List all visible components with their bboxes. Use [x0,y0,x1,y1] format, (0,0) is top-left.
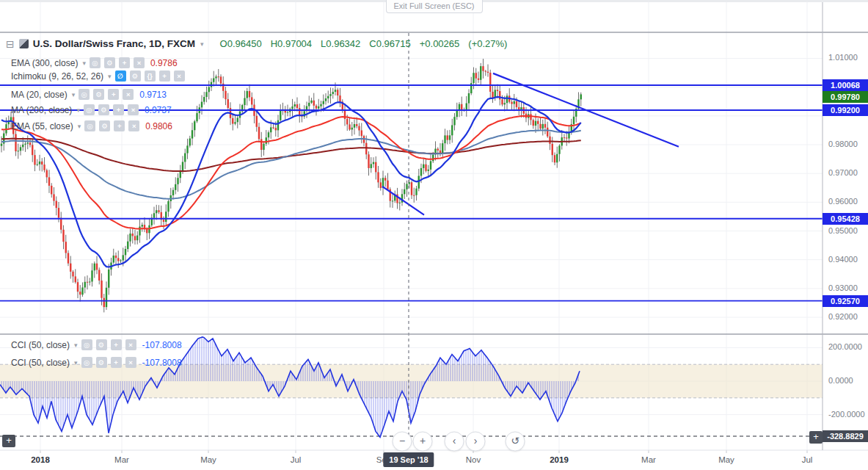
indicator-label: EMA (55, close) [11,121,73,131]
chevron-down-icon[interactable]: ▾ [200,40,204,48]
trading-chart-app: Exit Full Screen (ESC) ⊟ U.S. Dollar/Swi… [0,0,868,470]
indicator-row: Ichimoku (9, 26, 52, 26)▾∅⚙{}+× [11,70,185,82]
gear-icon[interactable]: ⚙ [96,339,107,350]
indicator-label: MA (200, close) [11,105,72,115]
scroll-left-button[interactable]: ‹ [445,432,464,452]
eye-icon[interactable]: ◎ [79,89,90,100]
close-icon[interactable]: × [125,339,136,350]
chevron-down-icon[interactable]: ▾ [108,73,112,80]
ohlc-low: L0.96342 [321,38,360,49]
time-axis-label: May [718,455,734,464]
close-icon[interactable]: × [128,104,139,115]
chevron-down-icon[interactable]: ▾ [78,123,81,130]
price-badge: 0.95428 [823,213,868,225]
indicator-value: -107.8008 [142,340,182,350]
price-badge: 0.99200 [823,104,868,116]
zoom-in-button[interactable]: + [413,432,433,452]
cci-axis-label: -200.0000 [828,410,865,419]
reset-view-button[interactable]: ↺ [506,432,525,452]
eye-icon[interactable]: ◎ [81,357,92,368]
price-axis-label: 0.93000 [828,283,858,292]
chevron-down-icon[interactable]: ▾ [74,359,78,366]
scroll-right-button[interactable]: › [466,432,486,452]
chevron-down-icon[interactable]: ▾ [82,59,86,67]
ohlc-open: O0.96450 [220,38,262,49]
close-icon[interactable]: × [123,89,134,100]
time-axis-label: Mar [641,455,656,464]
symbol-row: ⊟ U.S. Dollar/Swiss Franc, 1D, FXCM ▾ O0… [6,38,507,49]
add-alert-left-button[interactable]: + [2,435,15,447]
eye-icon[interactable]: ◎ [81,339,92,350]
cci-axis-label: 0.0000 [828,376,853,385]
indicator-value: 0.9713 [139,90,167,100]
gear-icon[interactable]: ⚙ [99,120,110,131]
exit-fullscreen-text: Exit Full Screen (ESC) [393,1,474,10]
gear-icon[interactable]: ⚙ [130,70,141,82]
time-axis-label: Nov [466,455,481,464]
time-axis-label: May [200,455,216,464]
braces-icon[interactable]: {} [145,70,156,82]
indicator-label: MA (20, close) [11,90,68,100]
price-badge: 0.99780 [823,91,868,103]
price-axis-label: 0.96000 [828,197,858,206]
close-icon[interactable]: × [128,120,139,131]
eye-icon[interactable]: ◎ [84,104,95,115]
collapse-pane-icon[interactable]: ⊟ [6,39,15,49]
exit-fullscreen-tooltip: Exit Full Screen (ESC) [385,0,482,13]
ohlc-readout: O0.96450 H0.97004 L0.96342 C0.96715 +0.0… [220,38,508,49]
ohlc-change: +0.00265 [420,38,460,49]
indicator-value: 0.9786 [150,58,178,68]
plus-icon[interactable]: + [114,120,125,131]
indicator-value: 0.9737 [145,105,172,115]
chevron-down-icon[interactable]: ▾ [76,106,80,114]
price-axis-label: 0.97000 [828,168,858,177]
crosshair-date-badge: 19 Sep '18 [383,452,434,467]
ma-line-ma200 [1,130,581,198]
cci-axis-label: 200.0000 [828,342,862,351]
ohlc-high: H0.97004 [271,38,312,49]
plus-icon[interactable]: + [111,339,122,350]
indicator-value: -107.8008 [142,358,182,368]
candle-bodies [1,66,582,307]
plus-icon[interactable]: + [159,70,170,82]
plus-icon[interactable]: + [108,89,119,100]
zoom-out-button[interactable]: − [393,432,412,452]
plus-icon[interactable]: + [111,357,122,368]
ohlc-change-pct: (+0.27%) [468,38,507,49]
close-icon[interactable]: × [125,357,136,368]
indicator-row: MA (20, close)▾◎⚙+×0.9713 [11,89,167,100]
eye-icon[interactable]: ◎ [90,57,101,68]
plus-icon[interactable]: + [119,57,130,68]
trendline[interactable] [382,187,424,215]
indicator-label: EMA (300, close) [11,58,78,68]
ma-line-ema55 [1,116,581,229]
indicator-label: CCI (50, close) [11,358,70,368]
chevron-down-icon[interactable]: ▾ [72,91,76,98]
gear-icon[interactable]: ⚙ [104,57,115,68]
eye-icon[interactable]: ◎ [84,120,95,131]
indicator-row: CCI (50, close)▾◎⚙+×-107.8008 [11,339,182,350]
close-icon[interactable]: × [134,57,145,68]
add-alert-right-button[interactable]: + [809,431,823,444]
price-badge: 0.92570 [823,295,868,307]
time-axis-label: 2019 [550,455,569,464]
plus-icon[interactable]: + [113,104,124,115]
indicator-row: EMA (300, close)▾◎⚙+×0.9786 [11,57,178,68]
time-axis-label: Jul [802,455,813,464]
time-axis-label: 2018 [31,455,50,464]
close-icon[interactable]: × [174,70,185,82]
price-axis-label: 1.01000 [828,53,858,62]
gear-icon[interactable]: ⚙ [98,104,109,115]
ohlc-close: C0.96715 [369,38,410,49]
price-axis-label: 0.94000 [828,255,858,264]
chevron-down-icon[interactable]: ▾ [74,341,78,349]
price-axis-label: 0.98000 [828,140,858,148]
gear-icon[interactable]: ⚙ [93,89,104,100]
symbol-logo [19,39,29,48]
time-axis-label: Jul [291,455,302,464]
eye-off-icon[interactable]: ∅ [115,70,126,82]
indicator-row: MA (200, close)▾◎⚙+×0.9737 [11,104,172,115]
gear-icon[interactable]: ⚙ [96,357,107,368]
symbol-title[interactable]: U.S. Dollar/Swiss Franc, 1D, FXCM [33,38,195,49]
time-axis-label: Mar [114,455,129,464]
